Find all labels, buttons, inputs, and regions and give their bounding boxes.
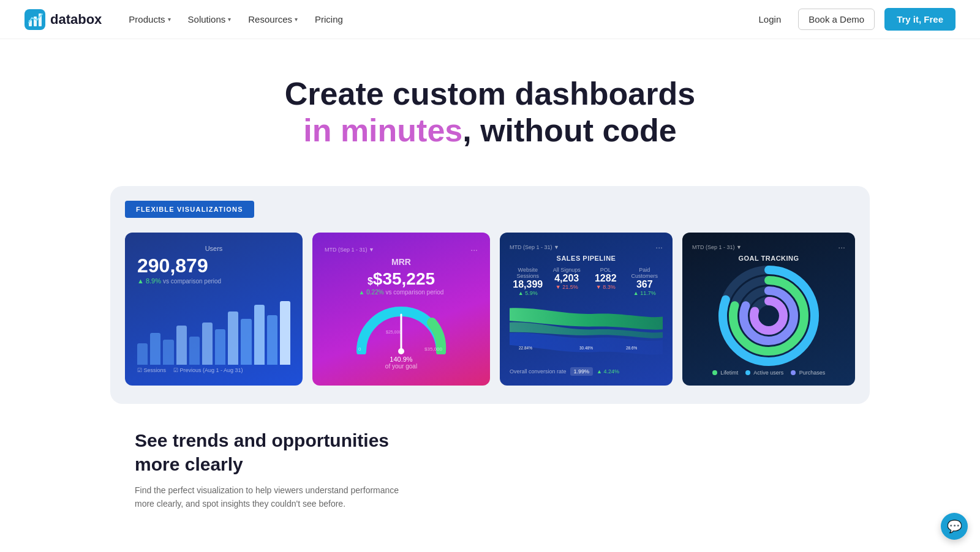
mrr-chart-card: MTD (Sep 1 - 31) ▼ ··· MRR $$35,225 ▲ 0.… [312,233,490,386]
bar-1 [137,343,148,365]
metric-website-sessions: Website Sessions 18,399 ▲ 5.9% [510,267,546,296]
bar-3 [163,340,173,364]
bar-11 [267,315,277,365]
chevron-down-icon: ▾ [228,16,231,23]
pipeline-metrics: Website Sessions 18,399 ▲ 5.9% All Signu… [510,267,663,296]
bar-4 [176,326,187,364]
users-card-title: Users [137,245,290,252]
donut-chart [692,262,845,370]
donut-svg [717,264,821,368]
goal-chart-card: MTD (Sep 1 - 31) ▼ ··· GOAL TRACKING [682,233,855,386]
logo-icon [24,9,45,30]
more-options-icon: ··· [655,242,663,252]
mrr-title: MRR [325,257,478,267]
bar-legend: ☑ Sessions ☑ Previous (Aug 1 - Aug 31) [137,367,290,373]
book-demo-button[interactable]: Book a Demo [798,9,875,30]
users-chart-card: Users 290,879 ▲ 8.9% vs comparison perio… [125,233,303,386]
legend-dot-0 [712,370,717,375]
bar-8 [228,311,238,364]
metric-pol: POL 1282 ▼ 8.3% [587,267,624,296]
dashboard-section: FLEXIBLE VISUALIZATIONS Users 290,879 ▲ … [110,186,870,404]
gauge-percent: 140.9% [390,356,412,363]
nav-pricing[interactable]: Pricing [307,9,350,29]
legend-dot-1 [745,370,750,375]
nav-products[interactable]: Products ▾ [121,9,178,29]
goal-legend: Lifetimt Active users Purchases [692,370,845,376]
chat-bubble[interactable]: 💬 [941,513,968,540]
svg-text:0: 0 [358,346,361,352]
goal-header: MTD (Sep 1 - 31) ▼ ··· [692,242,845,252]
bar-7 [215,329,225,365]
mrr-value: $$35,225 [325,269,478,289]
gauge-svg: 0 $35,000 $25,000 [352,299,450,354]
goal-title: GOAL TRACKING [692,255,845,262]
users-value: 290,879 [137,255,290,277]
conversion-rate: Overall conversion rate 1.99% ▲ 4.24% [510,367,663,376]
users-change: ▲ 8.9% vs comparison period [137,277,290,285]
users-bar-chart [137,289,290,365]
mrr-header: MTD (Sep 1 - 31) ▼ ··· [325,245,478,255]
nav-right: Login Book a Demo Try it, Free [752,8,956,31]
pipeline-title: SALES PIPELINE [510,255,663,262]
hero-title-line2: in minutes, without code [24,113,956,149]
bar-9 [241,319,251,365]
mrr-change: ▲ 0.22% vs comparison period [325,289,478,296]
nav-solutions[interactable]: Solutions ▾ [181,9,239,29]
mrr-gauge: 0 $35,000 $25,000 140.9% of your goal [325,296,478,373]
login-button[interactable]: Login [752,9,789,29]
svg-text:28.6%: 28.6% [626,344,638,350]
logo[interactable]: databox [24,9,102,30]
bottom-heading: See trends and opportunities more clearl… [135,428,429,476]
hero-no-code: , without code [462,113,677,148]
flow-chart: 22.84% 30.48% 28.6% [510,301,663,365]
svg-text:30.48%: 30.48% [579,344,593,350]
bottom-text-section: See trends and opportunities more clearl… [110,428,870,511]
chat-icon: 💬 [947,519,962,534]
charts-row: Users 290,879 ▲ 8.9% vs comparison perio… [110,233,870,386]
flexible-viz-badge: FLEXIBLE VISUALIZATIONS [125,201,254,218]
bar-2 [150,333,160,365]
hero-section: Create custom dashboards in minutes, wit… [0,39,980,174]
nav-links: Products ▾ Solutions ▾ Resources ▾ Prici… [121,9,751,29]
chevron-down-icon: ▾ [168,16,171,23]
metric-all-signups: All Signups 4,203 ▼ 21.5% [549,267,586,296]
svg-text:$25,000: $25,000 [386,330,401,334]
more-options-icon: ··· [838,242,845,252]
flow-svg: 22.84% 30.48% 28.6% [510,301,663,365]
bar-10 [254,305,265,365]
legend-item-0: Lifetimt [712,370,739,376]
bar-12 [280,301,290,365]
nav-resources[interactable]: Resources ▾ [241,9,305,29]
hero-minutes: in minutes [303,113,462,148]
bar-5 [189,337,200,365]
hero-title-line1: Create custom dashboards [24,76,956,113]
more-options-icon: ··· [470,245,478,255]
bar-6 [202,323,213,365]
pipeline-chart-card: MTD (Sep 1 - 31) ▼ ··· SALES PIPELINE We… [500,233,673,386]
legend-item-2: Purchases [791,370,825,376]
try-free-button[interactable]: Try it, Free [884,8,956,31]
logo-text: databox [50,12,102,28]
pipeline-header: MTD (Sep 1 - 31) ▼ ··· [510,242,663,252]
svg-text:22.84%: 22.84% [519,344,532,350]
svg-text:$35,000: $35,000 [424,346,442,352]
svg-rect-2 [34,17,37,26]
legend-item-1: Active users [745,370,783,376]
svg-point-5 [398,348,404,354]
metric-paid-customers: Paid Customers 367 ▲ 11.7% [627,267,663,296]
gauge-goal-label: of your goal [385,363,417,370]
legend-dot-2 [791,370,796,375]
navbar: databox Products ▾ Solutions ▾ Resources… [0,0,980,39]
chevron-down-icon: ▾ [295,16,298,23]
bottom-subtext: Find the perfect visualization to help v… [135,483,417,511]
